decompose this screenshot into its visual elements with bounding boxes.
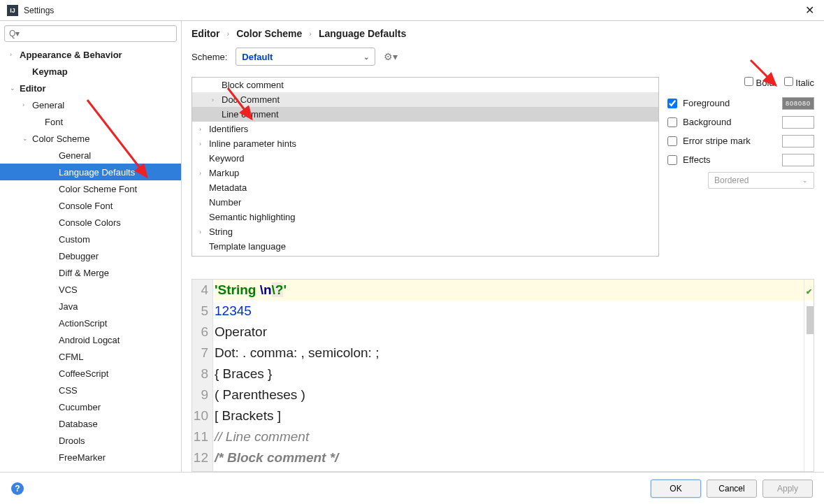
attribute-label: Number xyxy=(209,197,241,208)
breadcrumb-p3: Language Defaults xyxy=(319,28,406,39)
effects-swatch[interactable] xyxy=(782,154,814,166)
chevron-icon: › xyxy=(10,51,18,58)
sidebar-item[interactable]: VCS xyxy=(0,281,181,298)
foreground-label: Foreground xyxy=(683,98,730,108)
sidebar-item-label: Language Defaults xyxy=(57,167,135,178)
attribute-item[interactable]: ›Markup xyxy=(192,166,658,180)
ok-button[interactable]: OK xyxy=(651,480,701,498)
sidebar-item[interactable]: CoffeeScript xyxy=(0,365,181,382)
chevron-right-icon: › xyxy=(309,29,312,38)
sidebar-item-label: Database xyxy=(57,419,98,429)
italic-checkbox[interactable]: Italic xyxy=(784,77,814,88)
bold-checkbox[interactable]: Bold xyxy=(744,77,774,88)
search-input[interactable] xyxy=(4,25,177,42)
sidebar-item[interactable]: General xyxy=(0,147,181,164)
sidebar-item-label: CSS xyxy=(57,385,78,396)
gear-icon[interactable]: ⚙▾ xyxy=(384,51,398,62)
sidebar-item[interactable]: Cucumber xyxy=(0,398,181,415)
sidebar-item[interactable]: ›Appearance & Behavior xyxy=(0,46,181,63)
scheme-select[interactable]: Default ⌄ xyxy=(236,48,375,66)
sidebar-item[interactable]: Console Font xyxy=(0,197,181,214)
chevron-icon: › xyxy=(199,141,208,147)
error-stripe-label: Error stripe mark xyxy=(683,136,751,146)
attribute-label: Inline parameter hints xyxy=(209,138,296,149)
breadcrumb-p2: Color Scheme xyxy=(236,28,302,39)
attribute-item[interactable]: Semantic highlighting xyxy=(192,210,658,224)
chevron-icon: › xyxy=(212,96,220,103)
sidebar-item[interactable]: ⌄Color Scheme xyxy=(0,130,181,147)
attribute-item[interactable]: Keyword xyxy=(192,151,658,166)
split-pane: Block comment›Doc CommentLine comment›Id… xyxy=(191,77,814,269)
code-line: { Braces } xyxy=(215,363,814,384)
overview-ruler: ✔ xyxy=(804,280,814,472)
help-icon[interactable]: ? xyxy=(11,482,24,495)
attribute-label: Block comment xyxy=(222,80,284,90)
sidebar-item[interactable]: Database xyxy=(0,415,181,432)
attribute-item[interactable]: ›Identifiers xyxy=(192,122,658,136)
foreground-swatch[interactable]: 808080 xyxy=(782,97,814,110)
code-line: :Label xyxy=(215,468,814,473)
sidebar-item[interactable]: Language Defaults xyxy=(0,164,181,180)
chevron-icon: › xyxy=(199,170,208,177)
attribute-item[interactable]: Template language xyxy=(192,239,658,254)
error-stripe-checkbox[interactable] xyxy=(667,136,677,146)
sidebar-item-label: Keymap xyxy=(31,66,68,77)
sidebar-item[interactable]: Debugger xyxy=(0,247,181,264)
search-wrap xyxy=(0,21,181,46)
sidebar-item[interactable]: Console Colors xyxy=(0,214,181,231)
sidebar-item[interactable]: ActionScript xyxy=(0,315,181,331)
sidebar-item-label: Drools xyxy=(57,435,85,446)
sidebar-item[interactable]: ⌄Editor xyxy=(0,80,181,96)
content-panel: Editor › Color Scheme › Language Default… xyxy=(182,21,824,472)
breadcrumb: Editor › Color Scheme › Language Default… xyxy=(191,28,814,39)
foreground-checkbox[interactable] xyxy=(667,99,677,108)
attribute-item[interactable]: ›Doc Comment xyxy=(192,92,658,107)
attribute-label: Keyword xyxy=(209,153,245,164)
sidebar-item[interactable]: CSS xyxy=(0,382,181,398)
chevron-icon: ⌄ xyxy=(22,135,31,142)
attribute-list[interactable]: Block comment›Doc CommentLine comment›Id… xyxy=(191,77,659,257)
effects-type-select[interactable]: Bordered ⌄ xyxy=(708,172,814,189)
sidebar-item[interactable]: Font xyxy=(0,113,181,130)
close-icon[interactable]: ✕ xyxy=(802,3,817,17)
attribute-item[interactable]: ›String xyxy=(192,224,658,239)
sidebar-item[interactable]: CFML xyxy=(0,348,181,365)
sidebar-item-label: CFML xyxy=(57,352,83,362)
attribute-item[interactable]: Block comment xyxy=(192,78,658,92)
scrollbar-thumb[interactable] xyxy=(807,306,814,334)
app-icon: IJ xyxy=(7,5,18,16)
sidebar-item[interactable]: Java xyxy=(0,298,181,315)
attribute-item[interactable]: Number xyxy=(192,195,658,210)
chevron-icon: › xyxy=(199,229,208,236)
sidebar-item[interactable]: Diff & Merge xyxy=(0,264,181,281)
sidebar-item-label: VCS xyxy=(57,285,78,295)
line-gutter: 45678910111213 xyxy=(192,280,213,472)
main-area: ›Appearance & BehaviorKeymap⌄Editor›Gene… xyxy=(0,21,824,472)
background-checkbox[interactable] xyxy=(667,117,677,127)
preview-editor: 45678910111213 'String \n\?'12345Operato… xyxy=(191,279,814,473)
sidebar-item[interactable]: Custom xyxy=(0,231,181,247)
sidebar-item-label: Console Colors xyxy=(57,217,121,228)
sidebar-item[interactable]: Android Logcat xyxy=(0,331,181,348)
code-preview[interactable]: 'String \n\?'12345OperatorDot: . comma: … xyxy=(213,280,814,472)
window-title: Settings xyxy=(24,6,802,15)
attribute-item[interactable]: Line comment xyxy=(192,107,658,122)
attribute-item[interactable]: Metadata xyxy=(192,180,658,195)
error-stripe-swatch[interactable] xyxy=(782,135,814,147)
sidebar-item[interactable]: Keymap xyxy=(0,63,181,80)
sidebar-item[interactable]: FreeMarker xyxy=(0,449,181,466)
effects-checkbox[interactable] xyxy=(667,155,677,165)
apply-button[interactable]: Apply xyxy=(762,480,813,498)
sidebar-item[interactable]: Color Scheme Font xyxy=(0,180,181,197)
chevron-icon: › xyxy=(22,101,31,108)
sidebar-item-label: Color Scheme Font xyxy=(57,184,137,194)
attribute-label: Markup xyxy=(209,168,239,178)
attribute-label: Doc Comment xyxy=(222,94,280,105)
background-swatch[interactable] xyxy=(782,116,814,129)
settings-tree[interactable]: ›Appearance & BehaviorKeymap⌄Editor›Gene… xyxy=(0,46,181,472)
attribute-label: Template language xyxy=(209,241,286,252)
sidebar-item[interactable]: ›General xyxy=(0,96,181,113)
sidebar-item[interactable]: Drools xyxy=(0,432,181,449)
attribute-item[interactable]: ›Inline parameter hints xyxy=(192,136,658,151)
cancel-button[interactable]: Cancel xyxy=(707,480,757,498)
